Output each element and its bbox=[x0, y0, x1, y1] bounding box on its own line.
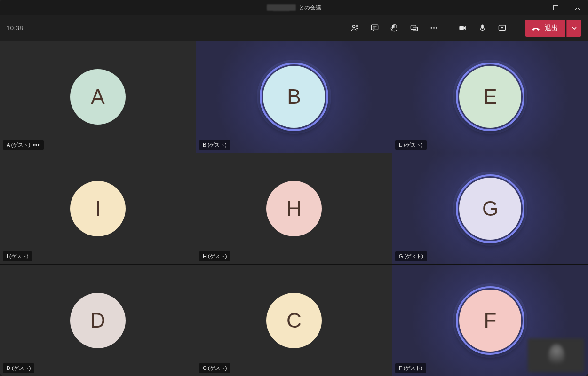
share-screen-button[interactable] bbox=[493, 19, 511, 38]
hangup-icon bbox=[532, 24, 540, 32]
svg-point-2 bbox=[356, 25, 358, 27]
toolbar-divider-2 bbox=[516, 22, 516, 34]
avatar-wrap: C bbox=[266, 293, 322, 348]
leave-options-button[interactable] bbox=[566, 20, 581, 37]
participant-label: I (ゲスト) bbox=[7, 253, 28, 260]
participant-name-badge: D (ゲスト) bbox=[3, 363, 34, 373]
maximize-button[interactable] bbox=[545, 0, 566, 15]
participant-tile[interactable]: HH (ゲスト) bbox=[196, 153, 392, 265]
close-icon bbox=[575, 5, 580, 10]
avatar-wrap: I bbox=[70, 181, 126, 236]
participant-name-badge: C (ゲスト) bbox=[199, 363, 230, 373]
more-icon bbox=[429, 24, 438, 32]
participant-name-badge: F (ゲスト) bbox=[395, 363, 426, 373]
svg-rect-3 bbox=[371, 25, 378, 30]
avatar-wrap: A bbox=[70, 69, 126, 125]
avatar: A bbox=[70, 69, 126, 125]
maximize-icon bbox=[553, 5, 558, 10]
chat-icon bbox=[370, 24, 379, 32]
chat-button[interactable] bbox=[365, 19, 384, 38]
mic-toggle-button[interactable] bbox=[473, 19, 492, 38]
minimize-button[interactable] bbox=[523, 0, 545, 15]
participant-label: C (ゲスト) bbox=[203, 365, 227, 372]
people-icon bbox=[350, 24, 359, 32]
camera-toggle-button[interactable] bbox=[453, 19, 472, 38]
svg-rect-0 bbox=[553, 5, 558, 10]
window-title: ████ との会議 bbox=[267, 4, 321, 12]
participant-name-badge: B (ゲスト) bbox=[199, 140, 230, 150]
leave-label: 退出 bbox=[545, 24, 558, 32]
self-video-preview[interactable] bbox=[528, 338, 584, 372]
more-actions-button[interactable] bbox=[424, 19, 443, 38]
mic-icon bbox=[478, 24, 487, 32]
participant-name-badge: G (ゲスト) bbox=[395, 251, 427, 261]
avatar: F bbox=[459, 290, 521, 352]
participant-name-badge: A (ゲスト)••• bbox=[3, 140, 44, 150]
toolbar-divider bbox=[448, 22, 448, 34]
participant-name-badge: I (ゲスト) bbox=[3, 251, 32, 261]
meeting-window: ████ との会議 10:38 bbox=[0, 0, 588, 376]
participant-more-icon[interactable]: ••• bbox=[33, 142, 40, 148]
raise-hand-button[interactable] bbox=[385, 19, 404, 38]
avatar: G bbox=[459, 178, 521, 240]
title-privacy-mask: ████ bbox=[267, 4, 296, 11]
avatar: H bbox=[266, 181, 322, 236]
participant-name-badge: H (ゲスト) bbox=[199, 251, 230, 261]
meeting-toolbar: 10:38 bbox=[0, 15, 588, 41]
participants-button[interactable] bbox=[345, 19, 364, 38]
participant-tile[interactable]: CC (ゲスト) bbox=[196, 265, 392, 376]
participant-name-badge: E (ゲスト) bbox=[395, 140, 427, 150]
svg-rect-10 bbox=[481, 24, 484, 29]
svg-rect-5 bbox=[413, 27, 418, 31]
avatar: D bbox=[70, 293, 126, 348]
svg-point-8 bbox=[436, 27, 437, 29]
participant-label: H (ゲスト) bbox=[203, 253, 227, 260]
avatar: I bbox=[70, 181, 126, 236]
svg-point-1 bbox=[352, 25, 355, 28]
svg-point-7 bbox=[433, 27, 435, 29]
title-bar: ████ との会議 bbox=[0, 0, 588, 15]
participant-tile[interactable]: AA (ゲスト)••• bbox=[0, 41, 196, 153]
breakout-rooms-icon bbox=[410, 24, 419, 32]
rooms-button[interactable] bbox=[405, 19, 423, 38]
avatar-wrap: G bbox=[459, 178, 521, 240]
chevron-down-icon bbox=[572, 25, 577, 31]
title-suffix: との会議 bbox=[299, 4, 321, 12]
participant-tile[interactable]: II (ゲスト) bbox=[0, 153, 196, 265]
minimize-icon bbox=[532, 5, 537, 10]
svg-point-6 bbox=[430, 27, 432, 29]
raise-hand-icon bbox=[390, 24, 399, 32]
participant-tile[interactable]: GG (ゲスト) bbox=[392, 153, 588, 265]
share-icon bbox=[498, 24, 507, 32]
avatar-wrap: B bbox=[263, 66, 325, 128]
avatar: E bbox=[459, 66, 521, 128]
participant-tile[interactable]: BB (ゲスト) bbox=[196, 41, 392, 153]
participant-tile[interactable]: DD (ゲスト) bbox=[0, 265, 196, 376]
avatar-wrap: H bbox=[266, 181, 322, 236]
participant-label: G (ゲスト) bbox=[399, 253, 423, 260]
camera-icon bbox=[458, 24, 467, 32]
svg-rect-9 bbox=[459, 26, 464, 30]
avatar-wrap: E bbox=[459, 66, 521, 128]
participant-label: E (ゲスト) bbox=[399, 141, 423, 149]
meeting-duration: 10:38 bbox=[7, 24, 23, 31]
window-controls bbox=[523, 0, 588, 15]
participant-label: D (ゲスト) bbox=[7, 365, 31, 372]
avatar: B bbox=[263, 66, 325, 128]
participant-grid: AA (ゲスト)•••BB (ゲスト)EE (ゲスト)II (ゲスト)HH (ゲ… bbox=[0, 41, 588, 376]
avatar-wrap: D bbox=[70, 293, 126, 348]
avatar-wrap: F bbox=[459, 290, 521, 352]
leave-button[interactable]: 退出 bbox=[525, 20, 565, 37]
close-button[interactable] bbox=[566, 0, 588, 15]
participant-tile[interactable]: EE (ゲスト) bbox=[392, 41, 588, 153]
participant-label: A (ゲスト) bbox=[7, 141, 30, 149]
toolbar-actions: 退出 bbox=[345, 19, 581, 38]
participant-label: F (ゲスト) bbox=[399, 365, 422, 372]
avatar: C bbox=[266, 293, 322, 348]
participant-label: B (ゲスト) bbox=[203, 141, 227, 149]
